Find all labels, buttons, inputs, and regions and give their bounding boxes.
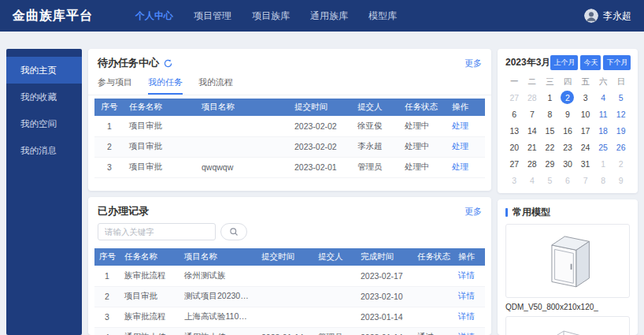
model-name: QDM_V50_800x210x120_ <box>505 303 630 311</box>
action-link[interactable]: 详情 <box>458 311 475 321</box>
table-cell: 上海高试验110KV变电工程 <box>180 307 257 327</box>
table-cell: 测试项目20230001 <box>180 286 257 307</box>
tab[interactable]: 参与项目 <box>98 73 132 95</box>
calendar-day[interactable]: 2 <box>612 155 630 172</box>
calendar-title: 2023年3月 <box>505 56 550 69</box>
calendar-day[interactable]: 7 <box>524 106 542 122</box>
search-input[interactable] <box>98 223 216 240</box>
calendar-day[interactable]: 9 <box>612 172 630 188</box>
calendar-nav-button[interactable]: 下个月 <box>603 55 631 70</box>
table-cell: 处理中 <box>400 116 447 136</box>
calendar-day[interactable]: 3 <box>505 172 524 188</box>
action-link[interactable]: 详情 <box>458 270 475 280</box>
calendar-day[interactable]: 29 <box>541 155 559 172</box>
table-cell: 2023-01-14 <box>356 327 413 335</box>
table-cell: 项目审批 <box>124 136 197 157</box>
calendar-day[interactable]: 22 <box>541 139 559 155</box>
calendar-day[interactable]: 10 <box>576 106 594 122</box>
table-cell: 通用族上传 <box>180 327 257 335</box>
nav-item[interactable]: 模型库 <box>368 9 397 23</box>
calendar-day[interactable]: 5 <box>541 172 559 188</box>
calendar-day[interactable]: 20 <box>505 139 524 155</box>
refresh-icon[interactable] <box>164 59 172 68</box>
table-row: 2项目审批测试项目202300012023-02-10详情 <box>94 286 485 307</box>
calendar-day-selected[interactable]: 2 <box>559 89 577 106</box>
sidebar-item[interactable]: 我的空间 <box>6 110 82 137</box>
column-header: 序号 <box>94 248 120 266</box>
calendar-day[interactable]: 7 <box>576 172 594 188</box>
nav-item[interactable]: 项目管理 <box>194 9 231 23</box>
done-more-link[interactable]: 更多 <box>464 206 482 218</box>
calendar-day[interactable]: 8 <box>541 106 559 122</box>
action-link[interactable]: 详情 <box>458 291 475 300</box>
table-cell <box>257 307 313 327</box>
action-link[interactable]: 处理 <box>452 121 468 130</box>
calendar-day[interactable]: 8 <box>594 172 613 188</box>
sidebar-item[interactable]: 我的主页 <box>6 57 82 84</box>
calendar-nav-button[interactable]: 上个月 <box>550 55 578 70</box>
calendar-day[interactable]: 24 <box>576 139 594 155</box>
weekday-label: 日 <box>612 73 630 89</box>
calendar-day[interactable]: 9 <box>559 106 577 122</box>
calendar-day[interactable]: 1 <box>541 89 559 106</box>
action-link[interactable]: 处理 <box>452 141 468 151</box>
right-column: 2023年3月 上个月今天下个月 一二三四五六日 272812345678910… <box>498 49 638 335</box>
calendar-day[interactable]: 17 <box>576 122 594 139</box>
calendar-day[interactable]: 28 <box>524 155 542 172</box>
table-cell: 处理 <box>447 136 485 157</box>
calendar-day[interactable]: 6 <box>559 172 577 188</box>
table-cell: 4 <box>94 327 120 335</box>
calendar-grid: 2728123456789101112131415161718192021222… <box>505 89 630 188</box>
calendar-day[interactable]: 15 <box>541 122 559 139</box>
calendar-day[interactable]: 1 <box>594 155 613 172</box>
nav-item[interactable]: 项目族库 <box>252 9 290 23</box>
calendar-day[interactable]: 5 <box>612 89 630 106</box>
calendar-day[interactable]: 4 <box>524 172 542 188</box>
table-row: 2项目审批2023-02-02李永超处理中处理 <box>94 136 485 157</box>
table-cell: 项目审批 <box>124 157 197 177</box>
calendar-day[interactable]: 31 <box>576 155 594 172</box>
tab[interactable]: 我的流程 <box>198 73 233 95</box>
table-cell: 处理中 <box>400 157 447 177</box>
table-cell <box>257 266 313 286</box>
calendar-nav-button[interactable]: 今天 <box>580 55 601 70</box>
calendar-day[interactable]: 25 <box>594 139 613 155</box>
calendar-day[interactable]: 28 <box>524 89 542 106</box>
calendar-day[interactable]: 27 <box>505 89 524 106</box>
model-preview[interactable] <box>505 224 630 298</box>
calendar-day[interactable]: 14 <box>524 122 542 139</box>
table-cell <box>197 116 290 136</box>
user-menu[interactable]: 李永超 <box>584 9 631 23</box>
nav-item[interactable]: 通用族库 <box>310 9 348 23</box>
tab[interactable]: 我的任务 <box>148 73 183 95</box>
calendar-day[interactable]: 30 <box>559 155 577 172</box>
calendar-day[interactable]: 6 <box>505 106 524 122</box>
calendar-day[interactable]: 4 <box>594 89 613 106</box>
search-button[interactable] <box>220 223 247 240</box>
sidebar-item[interactable]: 我的消息 <box>6 137 82 164</box>
calendar-day[interactable]: 18 <box>594 122 613 139</box>
todo-card: 待办任务中心 更多 参与项目我的任务我的流程 序号任务名称项目名称提交时间提交人… <box>88 49 491 191</box>
todo-more-link[interactable]: 更多 <box>464 58 482 69</box>
action-link[interactable]: 详情 <box>458 332 475 335</box>
table-cell <box>313 286 356 307</box>
nav-item[interactable]: 个人中心 <box>135 9 173 23</box>
calendar-day[interactable]: 21 <box>524 139 542 155</box>
table-cell: qwqwqw <box>197 157 290 177</box>
calendar-day[interactable]: 16 <box>559 122 577 139</box>
calendar-day[interactable]: 11 <box>594 106 613 122</box>
calendar-day[interactable]: 23 <box>559 139 577 155</box>
calendar-day[interactable]: 12 <box>612 106 630 122</box>
table-cell: 详情 <box>453 327 485 335</box>
model-preview[interactable] <box>505 316 630 335</box>
calendar-day[interactable]: 27 <box>505 155 524 172</box>
calendar-day[interactable]: 19 <box>612 122 630 139</box>
sidebar-item[interactable]: 我的收藏 <box>6 84 82 110</box>
table-cell: 2023-02-02 <box>290 136 353 157</box>
action-link[interactable]: 处理 <box>452 162 468 171</box>
sidebar: 我的主页我的收藏我的空间我的消息 <box>6 49 82 335</box>
calendar-day[interactable]: 3 <box>576 89 594 106</box>
calendar-day[interactable]: 13 <box>505 122 524 139</box>
calendar-weekdays: 一二三四五六日 <box>505 73 630 89</box>
calendar-day[interactable]: 26 <box>612 139 630 155</box>
